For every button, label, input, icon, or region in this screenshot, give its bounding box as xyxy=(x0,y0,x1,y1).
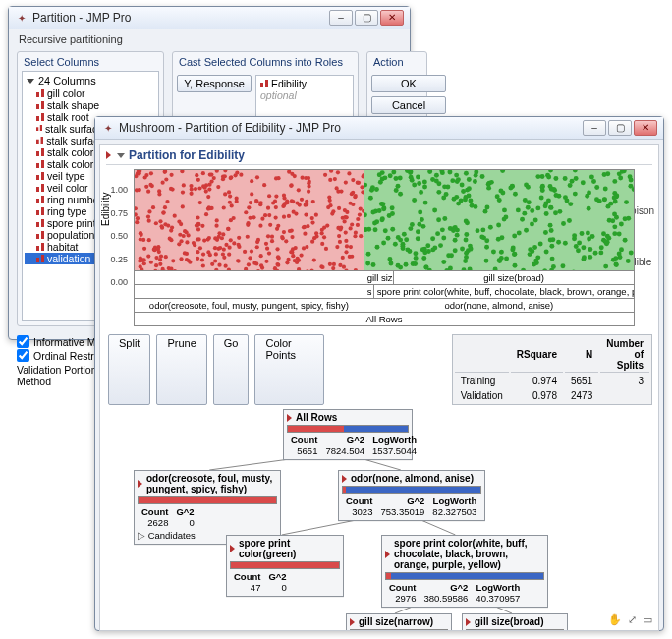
svg-point-1613 xyxy=(538,195,543,200)
resize-icon[interactable]: ⤢ xyxy=(628,613,637,626)
tree-node-all-rows[interactable]: All RowsCountG^2LogWorth56517824.5041537… xyxy=(283,409,413,460)
red-triangle-menu-icon[interactable] xyxy=(106,151,111,159)
svg-point-1309 xyxy=(553,193,558,198)
svg-point-102 xyxy=(227,253,231,257)
partition-mosaic-plot[interactable] xyxy=(134,169,635,271)
minimize-button[interactable]: – xyxy=(329,10,353,26)
svg-point-1152 xyxy=(447,170,452,174)
tree-node-spore-green[interactable]: spore print color(green)CountG^2470 xyxy=(226,535,344,597)
svg-point-359 xyxy=(215,170,219,173)
svg-point-1544 xyxy=(492,266,497,270)
cancel-button[interactable]: Cancel xyxy=(371,96,446,114)
ok-button[interactable]: OK xyxy=(371,75,446,92)
svg-point-941 xyxy=(385,236,390,241)
tree-node-odor-good[interactable]: odor(none, almond, anise)CountG^2LogWort… xyxy=(338,470,485,521)
svg-point-872 xyxy=(223,170,227,172)
svg-rect-18 xyxy=(36,199,39,203)
svg-point-1788 xyxy=(454,179,459,184)
split-button[interactable]: Split xyxy=(108,334,150,405)
svg-point-706 xyxy=(268,223,272,227)
svg-point-460 xyxy=(335,245,339,249)
svg-point-886 xyxy=(294,246,298,250)
svg-point-1742 xyxy=(427,170,432,174)
disclosure-triangle-icon[interactable] xyxy=(27,79,34,84)
svg-point-1804 xyxy=(579,231,584,236)
minimize-button[interactable]: – xyxy=(583,120,606,136)
svg-rect-9 xyxy=(41,137,44,144)
svg-point-1371 xyxy=(499,250,504,255)
svg-point-559 xyxy=(347,171,351,175)
svg-point-811 xyxy=(344,230,348,234)
titlebar[interactable]: ✦ Mushroom - Partition of Edibility - JM… xyxy=(95,117,663,140)
svg-point-936 xyxy=(285,261,289,264)
tree-node-gill-narrow[interactable]: gill size(narrow)CountG^2243200.33766Can… xyxy=(346,613,452,631)
y-response-box[interactable]: Edibility optional xyxy=(255,75,354,120)
svg-point-1738 xyxy=(573,192,578,197)
svg-point-788 xyxy=(246,223,250,227)
svg-point-1419 xyxy=(489,180,494,185)
fit-stats-table: RSquareNNumber of Splits Training0.97456… xyxy=(452,334,652,405)
hand-tool-icon[interactable]: ✋ xyxy=(608,613,622,626)
svg-point-1787 xyxy=(432,207,437,212)
maximize-button[interactable]: ▢ xyxy=(608,120,632,136)
svg-point-282 xyxy=(183,251,187,255)
svg-point-608 xyxy=(350,222,354,226)
close-button[interactable]: ✕ xyxy=(634,120,657,136)
svg-rect-3 xyxy=(41,101,44,109)
svg-point-96 xyxy=(232,241,236,245)
svg-point-1679 xyxy=(510,247,515,252)
svg-point-870 xyxy=(297,259,301,262)
tree-node-odor-bad[interactable]: odor(creosote, foul, musty, pungent, spi… xyxy=(134,470,281,545)
color-points-button[interactable]: Color Points xyxy=(254,334,323,405)
svg-point-1191 xyxy=(553,176,558,181)
svg-point-990 xyxy=(622,238,627,243)
svg-point-831 xyxy=(336,170,340,174)
svg-point-843 xyxy=(223,192,227,196)
svg-point-1536 xyxy=(366,227,371,232)
svg-point-1786 xyxy=(473,173,477,178)
svg-point-554 xyxy=(208,172,212,176)
svg-point-1564 xyxy=(495,237,500,242)
svg-point-192 xyxy=(189,184,193,188)
svg-point-1374 xyxy=(603,264,608,269)
tree-node-spore-other[interactable]: spore print color(white, buff, chocolate… xyxy=(381,535,548,608)
svg-point-1154 xyxy=(521,268,526,270)
svg-point-1518 xyxy=(376,208,381,213)
column-item[interactable]: gill color xyxy=(25,87,156,99)
svg-point-863 xyxy=(167,266,171,270)
svg-point-806 xyxy=(135,206,138,210)
svg-point-1399 xyxy=(588,255,592,260)
svg-point-1232 xyxy=(563,241,568,246)
svg-point-1722 xyxy=(463,219,468,224)
options-icon[interactable]: ▭ xyxy=(643,613,652,626)
svg-point-357 xyxy=(345,244,349,248)
svg-point-1562 xyxy=(563,195,568,200)
svg-point-923 xyxy=(141,258,145,261)
svg-point-701 xyxy=(305,200,308,203)
svg-point-456 xyxy=(154,221,158,225)
column-item[interactable]: stalk shape xyxy=(25,99,156,111)
prune-button[interactable]: Prune xyxy=(156,334,206,405)
svg-point-1049 xyxy=(512,233,517,238)
svg-point-976 xyxy=(402,232,407,237)
disclosure-triangle-icon[interactable] xyxy=(117,153,125,158)
tree-node-gill-broad[interactable]: gill size(broad)CountG^227330Candidates xyxy=(462,613,568,631)
titlebar[interactable]: ✦ Partition - JMP Pro – ▢ ✕ xyxy=(9,7,410,29)
svg-point-510 xyxy=(158,262,162,266)
close-button[interactable]: ✕ xyxy=(380,10,404,26)
report-footer-icons: ✋ ⤢ ▭ xyxy=(608,613,652,626)
svg-point-1767 xyxy=(467,177,472,182)
go-button[interactable]: Go xyxy=(213,334,250,405)
maximize-button[interactable]: ▢ xyxy=(355,10,378,26)
report-body: Partition for Edibility 1.00 0.75 0.50 0… xyxy=(99,144,659,631)
svg-point-832 xyxy=(339,226,343,230)
y-response-button[interactable]: Y, Response xyxy=(177,75,252,92)
svg-point-348 xyxy=(265,247,269,251)
svg-point-1234 xyxy=(598,250,603,255)
svg-point-778 xyxy=(187,233,191,237)
svg-point-1385 xyxy=(502,207,507,212)
svg-point-769 xyxy=(143,175,147,179)
svg-point-793 xyxy=(161,210,165,214)
action-label: Action xyxy=(371,56,422,71)
svg-point-386 xyxy=(182,183,186,187)
